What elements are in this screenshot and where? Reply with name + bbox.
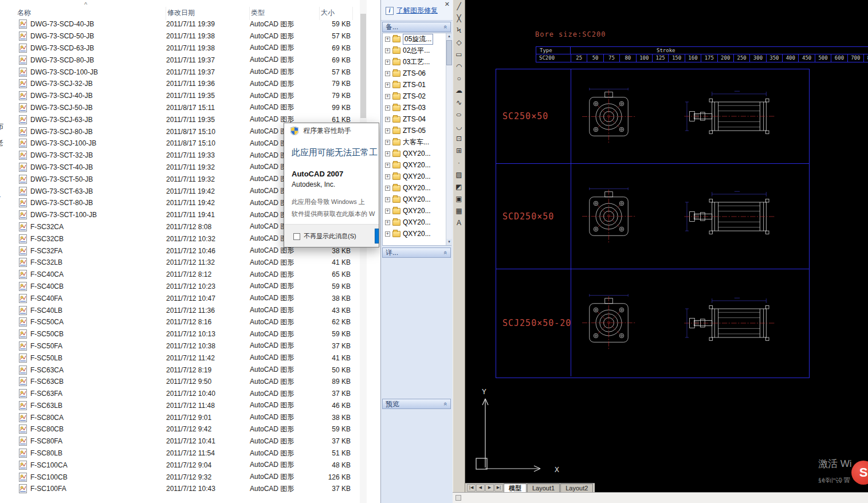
tree-item[interactable]: QXY20... <box>383 217 451 228</box>
expand-icon[interactable] <box>385 220 390 225</box>
tab-layout1[interactable]: Layout1 <box>527 484 560 492</box>
tree-item[interactable]: ZTS-01 <box>383 79 451 91</box>
insert-block-icon[interactable]: ⊡ <box>453 133 465 144</box>
scrollbar-thumb[interactable] <box>446 40 452 65</box>
line-icon[interactable]: ╱ <box>453 1 465 12</box>
file-row[interactable]: DWG-73-SCD-80-JB 2011/7/11 19:37 AutoCAD… <box>0 54 353 66</box>
tree-item[interactable]: QXY20... <box>383 182 451 194</box>
expand-icon[interactable] <box>385 82 390 88</box>
tab-nav-button[interactable]: |◀ <box>467 484 476 492</box>
expand-icon[interactable] <box>385 117 390 122</box>
tree-item[interactable]: QXY20... <box>383 159 451 171</box>
tree-item[interactable]: QXY20... <box>383 228 451 239</box>
ellipse-icon[interactable]: ○ <box>453 109 465 120</box>
preview-section-header[interactable]: 预览 <box>382 399 451 409</box>
tab-model[interactable]: 模型 <box>504 484 527 492</box>
scrollbar-thumb[interactable] <box>360 14 366 118</box>
hatch-icon[interactable]: ▨ <box>453 169 465 180</box>
expand-icon[interactable] <box>385 105 390 111</box>
expand-icon[interactable] <box>385 174 390 179</box>
tree-item[interactable]: 03工艺... <box>383 56 451 68</box>
spline-icon[interactable]: ∿ <box>453 97 465 108</box>
file-row[interactable]: DWG-73-SCJ-32-JB 2011/7/11 19:36 AutoCAD… <box>0 78 353 90</box>
expand-icon[interactable] <box>385 60 390 65</box>
file-row[interactable]: F-SC50CB 2011/7/12 10:13 AutoCAD 图形 59 K… <box>0 328 353 340</box>
expand-icon[interactable] <box>385 186 390 191</box>
file-row[interactable]: F-SC63CB 2011/7/12 9:50 AutoCAD 图形 89 KB <box>0 376 353 388</box>
tab-layout2[interactable]: Layout2 <box>560 484 593 492</box>
file-row[interactable]: F-SC80FA 2011/7/12 10:41 AutoCAD 图形 37 K… <box>0 435 353 447</box>
file-row[interactable]: F-SC100CB 2011/7/12 9:32 AutoCAD 图形 126 … <box>0 471 353 483</box>
close-icon[interactable] <box>445 1 450 8</box>
tab-nav-button[interactable]: ▶ <box>485 484 494 492</box>
file-row[interactable]: F-SC63FA 2011/7/12 10:40 AutoCAD 图形 37 K… <box>0 388 353 400</box>
ellipse-arc-icon[interactable]: ◡ <box>453 121 465 132</box>
tree-item[interactable]: QXY20... <box>383 205 451 217</box>
file-row[interactable]: F-SC40FA 2011/7/12 10:47 AutoCAD 图形 38 K… <box>0 292 353 304</box>
expand-icon[interactable] <box>385 128 390 133</box>
polyline-icon[interactable]: Ϟ <box>453 25 465 36</box>
tree-item[interactable]: ZTS-03 <box>383 102 451 113</box>
tree-item[interactable]: ZTS-04 <box>383 113 451 125</box>
file-row[interactable]: DWG-73-SCD-50-JB 2011/7/11 19:38 AutoCAD… <box>0 30 353 42</box>
collapse-chevrons-icon[interactable] <box>442 25 449 29</box>
dont-show-again-checkbox[interactable]: 不再显示此消息(S) <box>293 232 356 241</box>
file-row[interactable]: F-SC100CA 2011/7/12 9:04 AutoCAD 图形 48 K… <box>0 459 353 471</box>
file-row[interactable]: F-SC50LB 2011/7/12 11:42 AutoCAD 图形 41 K… <box>0 352 353 364</box>
file-row[interactable]: DWG-73-SCD-40-JB 2011/7/11 19:39 AutoCAD… <box>0 18 353 30</box>
dialog-primary-button[interactable] <box>375 229 379 243</box>
tree-item[interactable]: QXY20... <box>383 171 451 182</box>
file-list-scrollbar[interactable] <box>360 0 367 503</box>
file-row[interactable]: DWG-73-SCD-100-JB 2011/7/11 19:37 AutoCA… <box>0 66 353 78</box>
file-row[interactable]: F-SC40LB 2011/7/12 11:36 AutoCAD 图形 43 K… <box>0 304 353 316</box>
tree-item[interactable]: ZTS-06 <box>383 68 451 79</box>
file-row[interactable]: DWG-73-SCJ-40-JB 2011/7/11 19:35 AutoCAD… <box>0 90 353 102</box>
file-row[interactable]: F-SC100FA 2011/7/12 10:43 AutoCAD 图形 37 … <box>0 483 353 495</box>
make-block-icon[interactable]: ⊞ <box>453 145 465 156</box>
construction-line-icon[interactable]: ╳ <box>453 13 465 24</box>
scroll-up-icon[interactable] <box>446 33 452 40</box>
mtext-icon[interactable]: A <box>453 217 465 229</box>
tree-item[interactable]: ZTS-05 <box>383 125 451 136</box>
arc-icon[interactable]: ◠ <box>453 61 465 72</box>
collapse-chevrons-icon[interactable] <box>442 402 449 406</box>
circle-icon[interactable]: ○ <box>453 73 465 84</box>
tab-nav-button[interactable]: ◀ <box>476 484 485 492</box>
tree-scrollbar[interactable] <box>446 33 452 245</box>
collapse-chevrons-icon[interactable] <box>442 251 449 254</box>
file-row[interactable]: F-SC50FA 2011/7/12 10:38 AutoCAD 图形 37 K… <box>0 340 353 352</box>
polygon-icon[interactable]: ◇ <box>453 37 465 48</box>
expand-icon[interactable] <box>385 140 390 145</box>
tab-nav-button[interactable]: ▶| <box>494 484 503 492</box>
expand-icon[interactable] <box>385 151 390 156</box>
checkbox-icon[interactable] <box>293 233 300 240</box>
expand-icon[interactable] <box>385 48 390 53</box>
table-icon[interactable]: ▦ <box>453 205 465 217</box>
file-row[interactable]: F-SC80CA 2011/7/12 9:01 AutoCAD 图形 38 KB <box>0 411 353 423</box>
file-row[interactable]: F-SC50CA 2011/7/12 8:16 AutoCAD 图形 62 KB <box>0 316 353 328</box>
expand-icon[interactable] <box>385 163 390 168</box>
rectangle-icon[interactable]: ▭ <box>453 49 465 60</box>
region-icon[interactable]: ▣ <box>453 193 465 205</box>
backup-section-header[interactable]: 备... <box>382 22 451 32</box>
scroll-down-icon[interactable] <box>446 239 452 245</box>
tree-item[interactable]: 大客车... <box>383 136 451 148</box>
tree-item[interactable]: QXY20... <box>383 148 451 159</box>
expand-icon[interactable] <box>385 231 390 237</box>
file-row[interactable]: F-SC40CB 2011/7/12 10:23 AutoCAD 图形 59 K… <box>0 281 353 293</box>
expand-icon[interactable] <box>385 209 390 214</box>
file-row[interactable]: F-SC80LB 2011/7/12 11:54 AutoCAD 图形 51 K… <box>0 447 353 459</box>
file-row[interactable]: DWG-73-SCD-63-JB 2011/7/11 19:38 AutoCAD… <box>0 42 353 54</box>
expand-icon[interactable] <box>385 197 390 202</box>
expand-icon[interactable] <box>385 71 390 76</box>
tree-item[interactable]: 05旋流... <box>383 33 451 45</box>
details-section-header[interactable]: 详... <box>382 247 451 258</box>
learn-drawing-repair-link[interactable]: 了解图形修复 <box>396 6 438 15</box>
point-icon[interactable]: ∙ <box>453 157 465 168</box>
file-row[interactable]: DWG-73-SCJ-50-JB 2011/8/17 15:11 AutoCAD… <box>0 102 353 114</box>
expand-icon[interactable] <box>385 94 390 99</box>
tree-item[interactable]: 02总平... <box>383 45 451 56</box>
file-row[interactable]: F-SC40CA 2011/7/12 8:12 AutoCAD 图形 65 KB <box>0 269 353 281</box>
file-row[interactable]: F-SC63LB 2011/7/12 11:48 AutoCAD 图形 46 K… <box>0 400 353 412</box>
file-row[interactable]: F-SC32LB 2011/7/12 11:32 AutoCAD 图形 41 K… <box>0 257 353 269</box>
